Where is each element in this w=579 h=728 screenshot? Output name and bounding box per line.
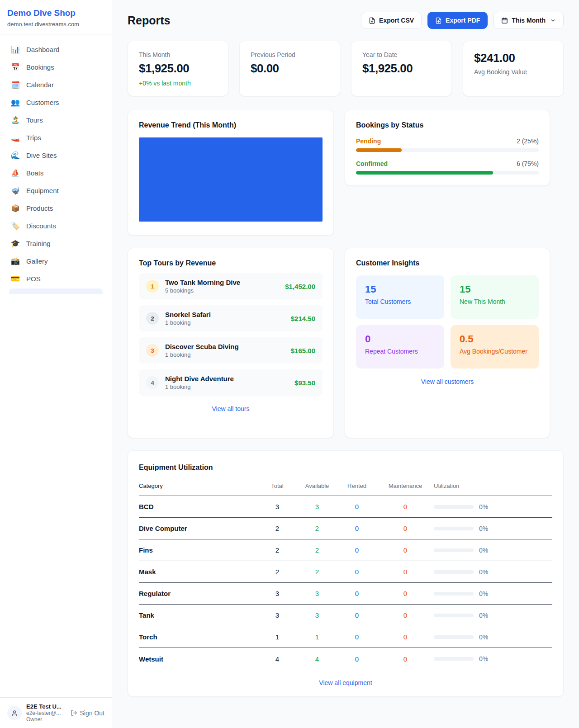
period-dropdown[interactable]: This Month: [494, 12, 564, 29]
sidebar-item-bookings[interactable]: 📅Bookings: [5, 58, 106, 76]
insight-value: 15: [365, 284, 435, 295]
equipment-utilization-card: Equipment Utilization Category Total Ava…: [128, 450, 564, 697]
sign-out-icon: [71, 709, 77, 716]
pos-icon: 💳: [11, 274, 20, 283]
chevron-down-icon: [550, 18, 556, 24]
view-all-customers-link[interactable]: View all customers: [356, 378, 539, 385]
calendar-icon: 🗓️: [11, 80, 20, 89]
cell-utilization: 0%: [434, 590, 552, 597]
discounts-icon: 🏷️: [11, 222, 20, 230]
stat-label: Previous Period: [251, 51, 329, 58]
cell-maintenance: 0: [377, 633, 434, 641]
rank-badge: 3: [146, 344, 159, 357]
cell-total: 2: [257, 525, 297, 532]
sidebar-item-training[interactable]: 🎓Training: [5, 235, 106, 252]
status-value: 6 (75%): [517, 160, 539, 167]
sidebar-item-label: Training: [26, 240, 51, 247]
tour-name: Discover Scuba Diving: [165, 343, 285, 350]
cell-maintenance: 0: [377, 503, 434, 511]
cell-utilization: 0%: [434, 568, 552, 576]
sidebar-item-pos[interactable]: 💳POS: [5, 270, 106, 288]
customers-icon: 👥: [11, 98, 20, 107]
sidebar-item-customers[interactable]: 👥Customers: [5, 94, 106, 111]
view-all-tours-link[interactable]: View all tours: [139, 405, 323, 412]
column-header-available: Available: [297, 482, 337, 489]
column-header-utilization: Utilization: [434, 482, 552, 489]
table-row: Regulator 3 3 0 0 0%: [139, 583, 552, 605]
sidebar-item-discounts[interactable]: 🏷️Discounts: [5, 217, 106, 235]
sidebar-item-dashboard[interactable]: 📊Dashboard: [5, 41, 106, 58]
stat-value: $1,925.00: [139, 61, 217, 76]
cell-available: 4: [297, 655, 337, 663]
column-header-category: Category: [139, 482, 257, 489]
cell-category: Regulator: [139, 590, 257, 597]
insight-value: 0: [365, 333, 435, 345]
cell-available: 3: [297, 590, 337, 597]
utilization-track: [434, 614, 474, 617]
sidebar-item-label: Products: [26, 204, 53, 212]
sign-out-button[interactable]: Sign Out: [71, 709, 104, 717]
customer-insights-card: Customer Insights 15 Total Customers 15 …: [345, 248, 550, 438]
utilization-percent: 0%: [479, 590, 488, 597]
cell-available: 3: [297, 611, 337, 619]
sidebar-item-label: POS: [26, 275, 41, 283]
sidebar-nav: 📊Dashboard 📅Bookings 🗓️Calendar 👥Custome…: [0, 34, 112, 697]
export-csv-button[interactable]: Export CSV: [361, 12, 422, 29]
tour-row[interactable]: 2 Snorkel Safari1 booking $214.50: [139, 305, 323, 331]
tour-bookings: 5 bookings: [165, 287, 279, 294]
sidebar-item-calendar[interactable]: 🗓️Calendar: [5, 76, 106, 94]
sidebar-item-equipment[interactable]: 🤿Equipment: [5, 182, 106, 199]
user-role: Owner: [26, 716, 66, 723]
status-row-confirmed: Confirmed 6 (75%): [356, 160, 539, 175]
top-tours-card: Top Tours by Revenue 1 Two Tank Morning …: [128, 248, 334, 438]
column-header-maintenance: Maintenance: [377, 482, 434, 489]
sidebar-item-dive-sites[interactable]: 🌊Dive Sites: [5, 147, 106, 164]
sidebar-item-boats[interactable]: ⛵Boats: [5, 164, 106, 182]
progress-fill: [356, 171, 493, 175]
equipment-utilization-title: Equipment Utilization: [139, 463, 552, 472]
sidebar-item-label: Calendar: [26, 81, 54, 89]
sidebar-item-reports-partial[interactable]: [9, 288, 103, 294]
cell-utilization: 0%: [434, 655, 552, 662]
cell-rented: 0: [337, 546, 377, 554]
top-tours-title: Top Tours by Revenue: [139, 259, 323, 267]
sidebar-header: Demo Dive Shop demo.test.divestreams.com: [0, 0, 112, 34]
tour-row[interactable]: 3 Discover Scuba Diving1 booking $165.00: [139, 337, 323, 364]
insight-tile-avg-bookings: 0.5 Avg Bookings/Customer: [451, 325, 539, 369]
utilization-track: [434, 635, 474, 639]
sidebar-item-products[interactable]: 📦Products: [5, 199, 106, 217]
status-row-pending: Pending 2 (25%): [356, 137, 539, 152]
export-pdf-button[interactable]: Export PDF: [427, 12, 488, 29]
stat-value: $0.00: [251, 61, 329, 76]
sidebar-item-gallery[interactable]: 📸Gallery: [5, 252, 106, 270]
cell-category: Torch: [139, 633, 257, 641]
progress-fill: [356, 148, 402, 152]
main-content: Reports Export CSV Export PDF This Month…: [112, 0, 579, 728]
insight-label: New This Month: [460, 298, 530, 305]
cell-total: 2: [257, 546, 297, 554]
utilization-percent: 0%: [479, 612, 488, 619]
utilization-percent: 0%: [479, 568, 488, 576]
products-icon: 📦: [11, 204, 20, 213]
cell-utilization: 0%: [434, 633, 552, 641]
tour-row[interactable]: 4 Night Dive Adventure1 booking $93.50: [139, 369, 323, 396]
tour-name: Two Tank Morning Dive: [165, 279, 279, 286]
sidebar-item-label: Customers: [26, 99, 59, 106]
page-title: Reports: [128, 14, 170, 27]
dive-sites-icon: 🌊: [11, 151, 20, 160]
cell-rented: 0: [337, 611, 377, 619]
sidebar-item-tours[interactable]: 🏝️Tours: [5, 111, 106, 129]
cell-total: 1: [257, 633, 297, 641]
tour-row[interactable]: 1 Two Tank Morning Dive5 bookings $1,452…: [139, 273, 323, 299]
utilization-percent: 0%: [479, 655, 488, 662]
cell-category: Wetsuit: [139, 655, 257, 663]
cell-category: Tank: [139, 611, 257, 619]
utilization-track: [434, 527, 474, 530]
avatar: [7, 706, 22, 720]
view-all-equipment-link[interactable]: View all equipment: [139, 679, 552, 686]
shop-domain: demo.test.divestreams.com: [7, 21, 104, 28]
insight-value: 0.5: [460, 333, 530, 345]
bookings-icon: 📅: [11, 63, 20, 71]
sidebar-item-trips[interactable]: 🚤Trips: [5, 129, 106, 147]
cell-total: 3: [257, 611, 297, 619]
